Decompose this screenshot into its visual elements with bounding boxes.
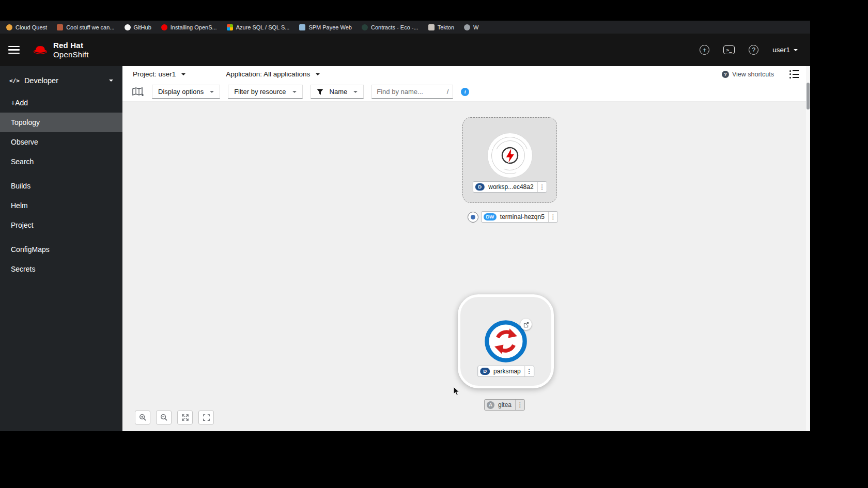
help-glyph: ? <box>752 46 755 54</box>
hamburger-menu-icon[interactable] <box>8 46 20 54</box>
sidebar-item-topology[interactable]: Topology <box>0 113 122 132</box>
console-body: </> Developer +Add Topology Observe Sear… <box>0 66 810 431</box>
fit-to-screen-button[interactable] <box>177 411 193 424</box>
add-icon[interactable]: + <box>700 45 709 55</box>
gitea-label-name: gitea <box>494 401 515 408</box>
zoom-in-button[interactable] <box>135 411 150 424</box>
parksmap-node-label[interactable]: D parksmap ⋮ <box>477 366 534 377</box>
view-shortcuts-label: View shortcuts <box>732 71 774 78</box>
project-dropdown[interactable]: Project: user1 <box>133 70 185 78</box>
bookmark-item[interactable]: Cool stuff we can... <box>57 24 114 30</box>
browser-viewport: Cloud Quest Cool stuff we can... GitHub … <box>0 21 810 431</box>
sidebar-item-project[interactable]: Project <box>0 215 122 235</box>
masthead: Red Hat OpenShift + >_ ? user1 <box>0 34 810 66</box>
chevron-down-icon <box>316 73 320 75</box>
sidebar-item-builds[interactable]: Builds <box>0 176 122 196</box>
brand-line1: Red Hat <box>53 41 89 50</box>
contracts-favicon <box>362 24 368 30</box>
help-glyph: ? <box>724 71 727 77</box>
gitea-application-label[interactable]: A gitea ⋮ <box>484 399 525 411</box>
code-icon: </> <box>9 77 20 84</box>
bookmark-item[interactable]: Cloud Quest <box>6 24 47 30</box>
bookmark-item[interactable]: SPM Payee Web <box>299 24 352 30</box>
workspace-node-label[interactable]: D worksp...ec48a2 ⋮ <box>472 181 547 193</box>
perspective-switcher[interactable]: </> Developer <box>0 72 122 93</box>
find-by-name-input[interactable] <box>377 88 442 96</box>
kebab-menu-icon[interactable]: ⋮ <box>537 182 547 192</box>
sidebar-item-search[interactable]: Search <box>0 152 122 171</box>
open-url-decorator[interactable] <box>520 319 532 330</box>
bookmark-item[interactable]: Tekton <box>428 24 454 30</box>
sidebar-item-configmaps[interactable]: ConfigMaps <box>0 240 122 259</box>
filter-icon <box>317 89 323 95</box>
bookmark-favicon <box>57 24 63 30</box>
devworkspace-badge: DW <box>484 213 497 221</box>
name-filter-label: Name <box>330 88 348 96</box>
info-icon[interactable]: i <box>461 88 469 96</box>
find-by-name-field: / <box>371 85 453 99</box>
help-icon[interactable]: ? <box>749 45 758 55</box>
bookmark-label: GitHub <box>134 24 151 30</box>
bookmark-label: SPM Payee Web <box>308 24 352 30</box>
sidebar-item-label: ConfigMaps <box>11 245 50 254</box>
bookmark-item[interactable]: GitHub <box>125 24 151 30</box>
sidebar-item-label: Topology <box>11 118 40 127</box>
user-menu[interactable]: user1 <box>772 46 798 54</box>
devworkspace-icon <box>488 133 532 178</box>
kebab-menu-icon[interactable]: ⋮ <box>515 400 524 410</box>
view-shortcuts-link[interactable]: ? View shortcuts <box>722 71 774 78</box>
brand-line2: OpenShift <box>53 50 89 59</box>
plus-glyph: + <box>703 46 706 54</box>
sidebar-item-secrets[interactable]: Secrets <box>0 259 122 279</box>
zoom-in-icon <box>139 414 147 421</box>
github-favicon <box>125 24 131 30</box>
terminal-node-name: terminal-hezqn5 <box>497 213 548 221</box>
terminal-icon[interactable]: >_ <box>723 45 735 54</box>
scrollbar-thumb[interactable] <box>807 83 810 109</box>
redhat-hat-icon <box>32 44 49 56</box>
user-name: user1 <box>772 46 790 54</box>
bookmark-item[interactable]: Azure SQL / SQL S... <box>227 24 290 30</box>
topology-map-icon[interactable] <box>132 87 144 97</box>
bookmark-label: W <box>473 24 478 30</box>
lightning-bolt-icon <box>499 144 521 167</box>
openshift-favicon <box>161 24 167 30</box>
display-options-dropdown[interactable]: Display options <box>152 85 220 99</box>
bookmark-item[interactable]: Installing OpenS... <box>161 24 217 30</box>
bookmark-label: Installing OpenS... <box>171 24 217 30</box>
bookmark-item[interactable]: Contracts - Eco -... <box>362 24 419 30</box>
fullscreen-button[interactable] <box>198 411 214 424</box>
workspace-node[interactable]: D worksp...ec48a2 ⋮ <box>462 117 557 203</box>
kebab-menu-icon[interactable]: ⋮ <box>524 366 534 376</box>
context-bar: Project: user1 Application: All applicat… <box>122 66 810 82</box>
application-dropdown-label: Application: All applications <box>226 70 310 78</box>
bookmark-item[interactable]: W <box>464 24 478 30</box>
mouse-cursor <box>453 386 460 397</box>
sidebar-item-label: Project <box>11 221 34 229</box>
sidebar-item-helm[interactable]: Helm <box>0 196 122 215</box>
terminal-node-label[interactable]: DW terminal-hezqn5 ⋮ <box>481 211 558 223</box>
bookmark-label: Tekton <box>438 24 454 30</box>
parksmap-node[interactable]: D parksmap ⋮ <box>458 294 554 388</box>
redhat-openshift-logo: Red Hat OpenShift <box>32 41 89 59</box>
fit-to-screen-icon <box>181 414 189 421</box>
web-favicon <box>299 24 305 30</box>
terminal-glyph: >_ <box>726 48 732 53</box>
application-dropdown[interactable]: Application: All applications <box>226 70 320 78</box>
kebab-menu-icon[interactable]: ⋮ <box>548 212 557 222</box>
zoom-out-icon <box>160 414 168 421</box>
workspace-decorator-icon[interactable] <box>468 212 478 223</box>
list-view-toggle-icon[interactable] <box>789 70 799 78</box>
chevron-down-icon <box>794 49 798 51</box>
sidebar-item-label: Observe <box>11 138 38 146</box>
filter-by-resource-label: Filter by resource <box>234 88 286 96</box>
sidebar-item-observe[interactable]: Observe <box>0 132 122 152</box>
bookmark-label: Contracts - Eco -... <box>371 24 419 30</box>
question-circle-icon: ? <box>722 71 729 78</box>
context-bar-actions: ? View shortcuts <box>722 70 799 78</box>
zoom-out-button[interactable] <box>156 411 172 424</box>
terminal-node-row: DW terminal-hezqn5 ⋮ <box>468 211 558 223</box>
sidebar-item-add[interactable]: +Add <box>0 93 122 113</box>
filter-by-resource-dropdown[interactable]: Filter by resource <box>228 85 302 99</box>
name-filter-dropdown[interactable]: Name <box>311 85 364 99</box>
